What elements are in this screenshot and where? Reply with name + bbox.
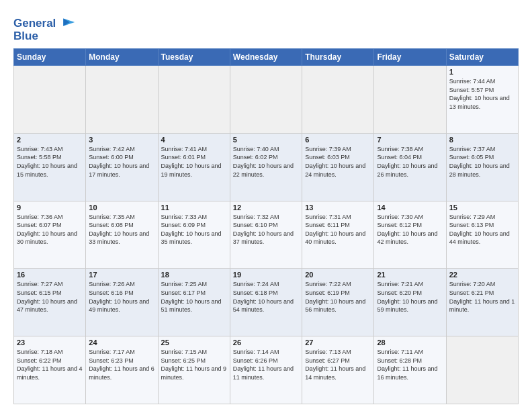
day-info: Sunrise: 7:15 AM Sunset: 6:25 PM Dayligh… bbox=[161, 348, 227, 381]
day-number: 13 bbox=[305, 203, 371, 212]
day-info: Sunrise: 7:21 AM Sunset: 6:20 PM Dayligh… bbox=[377, 280, 443, 314]
day-number: 19 bbox=[233, 271, 299, 279]
day-info: Sunrise: 7:31 AM Sunset: 6:11 PM Dayligh… bbox=[305, 213, 371, 246]
header: General Blue bbox=[13, 11, 519, 43]
day-number: 7 bbox=[377, 136, 443, 144]
day-number: 6 bbox=[305, 136, 371, 144]
day-number: 20 bbox=[305, 271, 371, 279]
day-info: Sunrise: 7:40 AM Sunset: 6:02 PM Dayligh… bbox=[233, 145, 299, 179]
day-info: Sunrise: 7:18 AM Sunset: 6:22 PM Dayligh… bbox=[17, 348, 83, 381]
day-info: Sunrise: 7:44 AM Sunset: 5:57 PM Dayligh… bbox=[449, 77, 515, 111]
day-of-week-header: Monday bbox=[86, 49, 158, 66]
calendar-cell: 25Sunrise: 7:15 AM Sunset: 6:25 PM Dayli… bbox=[158, 336, 230, 404]
calendar-table: SundayMondayTuesdayWednesdayThursdayFrid… bbox=[13, 48, 519, 404]
calendar-cell: 9Sunrise: 7:36 AM Sunset: 6:07 PM Daylig… bbox=[14, 201, 86, 269]
day-number: 14 bbox=[377, 203, 443, 212]
day-number: 21 bbox=[377, 271, 443, 279]
day-number: 10 bbox=[89, 203, 154, 212]
day-number: 8 bbox=[449, 136, 515, 144]
day-info: Sunrise: 7:24 AM Sunset: 6:18 PM Dayligh… bbox=[233, 280, 299, 314]
calendar-cell: 18Sunrise: 7:25 AM Sunset: 6:17 PM Dayli… bbox=[158, 269, 230, 336]
logo-icon bbox=[57, 13, 76, 32]
calendar-week-row: 2Sunrise: 7:43 AM Sunset: 5:58 PM Daylig… bbox=[14, 133, 519, 201]
day-number: 11 bbox=[161, 203, 227, 212]
logo-text: General bbox=[13, 17, 56, 29]
day-info: Sunrise: 7:41 AM Sunset: 6:01 PM Dayligh… bbox=[161, 145, 227, 179]
day-info: Sunrise: 7:37 AM Sunset: 6:05 PM Dayligh… bbox=[449, 145, 515, 179]
calendar-cell: 7Sunrise: 7:38 AM Sunset: 6:04 PM Daylig… bbox=[374, 133, 446, 201]
calendar-cell: 3Sunrise: 7:42 AM Sunset: 6:00 PM Daylig… bbox=[86, 133, 158, 201]
day-number: 1 bbox=[449, 68, 515, 76]
calendar-cell: 14Sunrise: 7:30 AM Sunset: 6:12 PM Dayli… bbox=[374, 201, 446, 269]
day-number: 15 bbox=[449, 203, 515, 212]
calendar-cell bbox=[86, 66, 158, 134]
calendar-cell bbox=[14, 66, 86, 134]
calendar-cell: 20Sunrise: 7:22 AM Sunset: 6:19 PM Dayli… bbox=[302, 269, 374, 336]
calendar-cell: 23Sunrise: 7:18 AM Sunset: 6:22 PM Dayli… bbox=[14, 336, 86, 404]
day-info: Sunrise: 7:39 AM Sunset: 6:03 PM Dayligh… bbox=[305, 145, 371, 179]
day-number: 24 bbox=[89, 338, 154, 347]
calendar-cell: 1Sunrise: 7:44 AM Sunset: 5:57 PM Daylig… bbox=[446, 66, 518, 134]
calendar-cell: 10Sunrise: 7:35 AM Sunset: 6:08 PM Dayli… bbox=[86, 201, 158, 269]
day-number: 27 bbox=[305, 338, 371, 347]
day-of-week-header: Thursday bbox=[302, 49, 374, 66]
day-info: Sunrise: 7:43 AM Sunset: 5:58 PM Dayligh… bbox=[17, 145, 83, 179]
calendar-cell: 16Sunrise: 7:27 AM Sunset: 6:15 PM Dayli… bbox=[14, 269, 86, 336]
calendar-header-row: SundayMondayTuesdayWednesdayThursdayFrid… bbox=[14, 49, 519, 66]
calendar-cell: 21Sunrise: 7:21 AM Sunset: 6:20 PM Dayli… bbox=[374, 269, 446, 336]
day-of-week-header: Sunday bbox=[14, 49, 86, 66]
calendar-week-row: 1Sunrise: 7:44 AM Sunset: 5:57 PM Daylig… bbox=[14, 66, 519, 134]
day-of-week-header: Tuesday bbox=[158, 49, 230, 66]
calendar-cell bbox=[302, 66, 374, 134]
day-info: Sunrise: 7:25 AM Sunset: 6:17 PM Dayligh… bbox=[161, 280, 227, 314]
day-number: 22 bbox=[449, 271, 515, 279]
day-number: 25 bbox=[161, 338, 227, 347]
day-info: Sunrise: 7:35 AM Sunset: 6:08 PM Dayligh… bbox=[89, 213, 154, 246]
day-number: 2 bbox=[17, 136, 83, 144]
day-number: 18 bbox=[161, 271, 227, 279]
calendar-cell: 4Sunrise: 7:41 AM Sunset: 6:01 PM Daylig… bbox=[158, 133, 230, 201]
calendar-week-row: 9Sunrise: 7:36 AM Sunset: 6:07 PM Daylig… bbox=[14, 201, 519, 269]
day-info: Sunrise: 7:42 AM Sunset: 6:00 PM Dayligh… bbox=[89, 145, 154, 179]
calendar-cell: 26Sunrise: 7:14 AM Sunset: 6:26 PM Dayli… bbox=[230, 336, 302, 404]
day-info: Sunrise: 7:26 AM Sunset: 6:16 PM Dayligh… bbox=[89, 280, 154, 314]
day-number: 28 bbox=[377, 338, 443, 347]
day-info: Sunrise: 7:27 AM Sunset: 6:15 PM Dayligh… bbox=[17, 280, 83, 314]
calendar-cell: 19Sunrise: 7:24 AM Sunset: 6:18 PM Dayli… bbox=[230, 269, 302, 336]
day-number: 3 bbox=[89, 136, 154, 144]
logo: General Blue bbox=[13, 13, 76, 43]
day-info: Sunrise: 7:11 AM Sunset: 6:28 PM Dayligh… bbox=[377, 348, 443, 381]
calendar-cell bbox=[374, 66, 446, 134]
calendar-cell: 5Sunrise: 7:40 AM Sunset: 6:02 PM Daylig… bbox=[230, 133, 302, 201]
calendar-cell: 22Sunrise: 7:20 AM Sunset: 6:21 PM Dayli… bbox=[446, 269, 518, 336]
day-info: Sunrise: 7:33 AM Sunset: 6:09 PM Dayligh… bbox=[161, 213, 227, 246]
calendar-cell: 24Sunrise: 7:17 AM Sunset: 6:23 PM Dayli… bbox=[86, 336, 158, 404]
calendar-cell: 2Sunrise: 7:43 AM Sunset: 5:58 PM Daylig… bbox=[14, 133, 86, 201]
calendar-cell: 6Sunrise: 7:39 AM Sunset: 6:03 PM Daylig… bbox=[302, 133, 374, 201]
day-info: Sunrise: 7:29 AM Sunset: 6:13 PM Dayligh… bbox=[449, 213, 515, 246]
day-number: 5 bbox=[233, 136, 299, 144]
calendar-cell: 27Sunrise: 7:13 AM Sunset: 6:27 PM Dayli… bbox=[302, 336, 374, 404]
day-number: 4 bbox=[161, 136, 227, 144]
day-number: 9 bbox=[17, 203, 83, 212]
day-of-week-header: Wednesday bbox=[230, 49, 302, 66]
calendar-cell: 28Sunrise: 7:11 AM Sunset: 6:28 PM Dayli… bbox=[374, 336, 446, 404]
day-info: Sunrise: 7:36 AM Sunset: 6:07 PM Dayligh… bbox=[17, 213, 83, 246]
day-info: Sunrise: 7:22 AM Sunset: 6:19 PM Dayligh… bbox=[305, 280, 371, 314]
day-info: Sunrise: 7:30 AM Sunset: 6:12 PM Dayligh… bbox=[377, 213, 443, 246]
day-number: 16 bbox=[17, 271, 83, 279]
calendar-cell bbox=[230, 66, 302, 134]
day-info: Sunrise: 7:13 AM Sunset: 6:27 PM Dayligh… bbox=[305, 348, 371, 381]
calendar-cell: 17Sunrise: 7:26 AM Sunset: 6:16 PM Dayli… bbox=[86, 269, 158, 336]
calendar-cell: 8Sunrise: 7:37 AM Sunset: 6:05 PM Daylig… bbox=[446, 133, 518, 201]
day-of-week-header: Friday bbox=[374, 49, 446, 66]
day-info: Sunrise: 7:20 AM Sunset: 6:21 PM Dayligh… bbox=[449, 280, 515, 314]
day-number: 23 bbox=[17, 338, 83, 347]
day-info: Sunrise: 7:17 AM Sunset: 6:23 PM Dayligh… bbox=[89, 348, 154, 381]
day-number: 12 bbox=[233, 203, 299, 212]
calendar-cell: 13Sunrise: 7:31 AM Sunset: 6:11 PM Dayli… bbox=[302, 201, 374, 269]
calendar-cell bbox=[446, 336, 518, 404]
calendar-cell: 11Sunrise: 7:33 AM Sunset: 6:09 PM Dayli… bbox=[158, 201, 230, 269]
calendar-cell bbox=[158, 66, 230, 134]
day-number: 17 bbox=[89, 271, 154, 279]
